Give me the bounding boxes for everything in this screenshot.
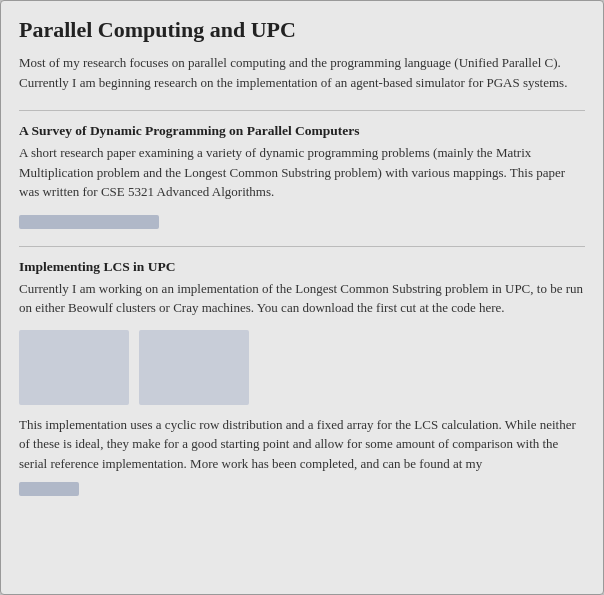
footer-link-block (19, 479, 585, 497)
thumbnail-row (19, 330, 585, 405)
main-content-box: Parallel Computing and UPC Most of my re… (0, 0, 604, 595)
thumbnail-2 (139, 330, 249, 405)
page-title: Parallel Computing and UPC (19, 17, 585, 43)
thumbnail-1 (19, 330, 129, 405)
section-lcs: Implementing LCS in UPC Currently I am w… (19, 259, 585, 498)
section-survey: A Survey of Dynamic Programming on Paral… (19, 123, 585, 230)
divider-2 (19, 246, 585, 247)
section-survey-title: A Survey of Dynamic Programming on Paral… (19, 123, 585, 139)
survey-link-block (19, 212, 585, 230)
section-lcs-title: Implementing LCS in UPC (19, 259, 585, 275)
section-lcs-text1: Currently I am working on an implementat… (19, 279, 585, 318)
footer-link[interactable] (19, 482, 79, 496)
section-survey-text: A short research paper examining a varie… (19, 143, 585, 202)
section-lcs-text2: This implementation uses a cyclic row di… (19, 415, 585, 474)
intro-paragraph: Most of my research focuses on parallel … (19, 53, 585, 92)
survey-link[interactable] (19, 215, 159, 229)
divider-1 (19, 110, 585, 111)
